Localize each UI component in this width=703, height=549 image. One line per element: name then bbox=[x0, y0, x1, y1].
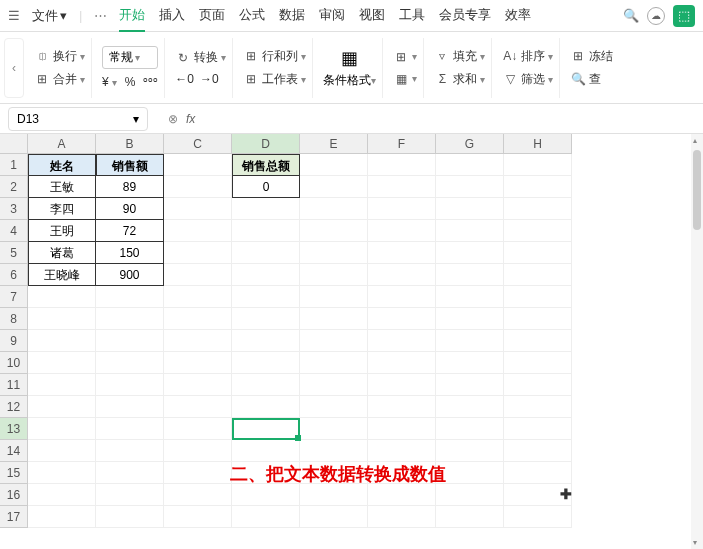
cell[interactable] bbox=[504, 352, 572, 374]
cell[interactable] bbox=[300, 154, 368, 176]
decimal-inc-button[interactable]: ←0 bbox=[175, 72, 194, 86]
sort-button[interactable]: A↓排序▾ bbox=[502, 48, 553, 65]
cell[interactable] bbox=[300, 418, 368, 440]
cell[interactable] bbox=[368, 418, 436, 440]
cell[interactable] bbox=[28, 418, 96, 440]
cell[interactable] bbox=[436, 418, 504, 440]
cell[interactable] bbox=[300, 440, 368, 462]
row-header-15[interactable]: 15 bbox=[0, 462, 28, 484]
cell[interactable] bbox=[436, 198, 504, 220]
cell[interactable] bbox=[300, 220, 368, 242]
profile-button[interactable]: ⬚ bbox=[673, 5, 695, 27]
row-header-13[interactable]: 13 bbox=[0, 418, 28, 440]
cell[interactable] bbox=[368, 506, 436, 528]
tab-tools[interactable]: 工具 bbox=[399, 0, 425, 32]
row-header-14[interactable]: 14 bbox=[0, 440, 28, 462]
cell[interactable]: 89 bbox=[96, 176, 164, 198]
cell[interactable] bbox=[164, 462, 232, 484]
cell[interactable] bbox=[436, 330, 504, 352]
cell[interactable] bbox=[164, 286, 232, 308]
number-format-dropdown[interactable]: 常规▾ bbox=[102, 46, 158, 69]
formula-input[interactable] bbox=[203, 112, 695, 126]
cell[interactable] bbox=[28, 374, 96, 396]
cell[interactable] bbox=[164, 154, 232, 176]
cell[interactable] bbox=[28, 484, 96, 506]
cell[interactable] bbox=[164, 330, 232, 352]
row-header-17[interactable]: 17 bbox=[0, 506, 28, 528]
cell[interactable] bbox=[164, 352, 232, 374]
cell[interactable] bbox=[436, 462, 504, 484]
cell[interactable] bbox=[436, 506, 504, 528]
hamburger-icon[interactable]: ☰ bbox=[8, 8, 20, 23]
cell[interactable] bbox=[232, 330, 300, 352]
cell[interactable] bbox=[164, 374, 232, 396]
cell[interactable] bbox=[96, 330, 164, 352]
cell[interactable] bbox=[232, 484, 300, 506]
row-header-3[interactable]: 3 bbox=[0, 198, 28, 220]
col-header-A[interactable]: A bbox=[28, 134, 96, 154]
row-header-12[interactable]: 12 bbox=[0, 396, 28, 418]
cell[interactable] bbox=[368, 286, 436, 308]
cell[interactable] bbox=[96, 418, 164, 440]
cell[interactable] bbox=[232, 264, 300, 286]
cell[interactable] bbox=[164, 418, 232, 440]
cell[interactable] bbox=[164, 440, 232, 462]
row-header-1[interactable]: 1 bbox=[0, 154, 28, 176]
cell[interactable] bbox=[232, 418, 300, 440]
cell[interactable] bbox=[300, 352, 368, 374]
percent-button[interactable]: % bbox=[125, 75, 136, 89]
cell[interactable] bbox=[96, 396, 164, 418]
cond-format-button[interactable]: ▦ 条件格式▾ bbox=[317, 38, 383, 98]
cell[interactable] bbox=[504, 264, 572, 286]
spreadsheet[interactable]: ABCDEFGH 1234567891011121314151617 姓名销售额… bbox=[0, 134, 703, 549]
row-header-4[interactable]: 4 bbox=[0, 220, 28, 242]
cell[interactable]: 王明 bbox=[28, 220, 96, 242]
name-box[interactable]: D13 ▾ bbox=[8, 107, 148, 131]
thousands-button[interactable]: ᵒᵒᵒ bbox=[143, 75, 158, 89]
cell[interactable] bbox=[164, 220, 232, 242]
cell[interactable] bbox=[232, 374, 300, 396]
scroll-up-icon[interactable]: ▴ bbox=[693, 136, 697, 145]
cell[interactable] bbox=[164, 176, 232, 198]
row-header-16[interactable]: 16 bbox=[0, 484, 28, 506]
cell[interactable]: 900 bbox=[96, 264, 164, 286]
cell[interactable] bbox=[368, 198, 436, 220]
cell[interactable] bbox=[232, 242, 300, 264]
cell[interactable]: 90 bbox=[96, 198, 164, 220]
cell[interactable] bbox=[368, 154, 436, 176]
cell[interactable] bbox=[232, 506, 300, 528]
cell[interactable] bbox=[436, 308, 504, 330]
cell[interactable] bbox=[96, 374, 164, 396]
row-header-5[interactable]: 5 bbox=[0, 242, 28, 264]
cell[interactable] bbox=[28, 352, 96, 374]
cell[interactable] bbox=[436, 220, 504, 242]
cell[interactable] bbox=[504, 374, 572, 396]
row-header-8[interactable]: 8 bbox=[0, 308, 28, 330]
cell[interactable] bbox=[368, 374, 436, 396]
cell[interactable]: 150 bbox=[96, 242, 164, 264]
cell[interactable]: 0 bbox=[232, 176, 300, 198]
cell[interactable] bbox=[368, 242, 436, 264]
cell[interactable] bbox=[436, 242, 504, 264]
vertical-scrollbar[interactable]: ▴ ▾ bbox=[691, 134, 703, 549]
more-icon[interactable]: ⋯ bbox=[94, 8, 107, 23]
cell[interactable] bbox=[436, 154, 504, 176]
cell[interactable] bbox=[504, 176, 572, 198]
cell[interactable] bbox=[232, 352, 300, 374]
cell[interactable] bbox=[28, 506, 96, 528]
currency-button[interactable]: ¥▾ bbox=[102, 75, 117, 89]
cell[interactable] bbox=[368, 330, 436, 352]
select-all-corner[interactable] bbox=[0, 134, 28, 154]
cell[interactable] bbox=[28, 396, 96, 418]
cell[interactable] bbox=[96, 484, 164, 506]
find-button[interactable]: 🔍查 bbox=[570, 71, 613, 88]
cell[interactable] bbox=[232, 440, 300, 462]
row-header-10[interactable]: 10 bbox=[0, 352, 28, 374]
cell[interactable] bbox=[300, 198, 368, 220]
cloud-icon[interactable]: ☁ bbox=[647, 7, 665, 25]
cell[interactable] bbox=[504, 330, 572, 352]
cell[interactable]: 李四 bbox=[28, 198, 96, 220]
cell[interactable] bbox=[300, 264, 368, 286]
cell[interactable] bbox=[300, 242, 368, 264]
cell[interactable] bbox=[436, 484, 504, 506]
